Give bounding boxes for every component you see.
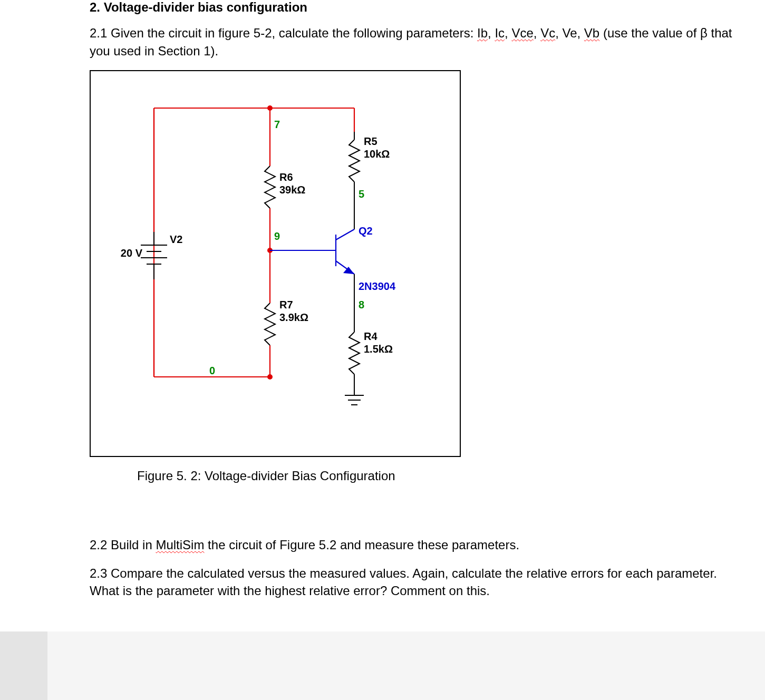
svg-point-2 (267, 374, 273, 380)
q2-part: 2N3904 (359, 280, 396, 292)
circuit-frame: V2 20 V R6 39kΩ R7 3.9kΩ (90, 70, 461, 457)
node-8: 8 (359, 299, 364, 310)
figure-caption: Figure 5. 2: Voltage-divider Bias Config… (137, 469, 733, 483)
param-vb: Vb (584, 26, 599, 40)
circuit-svg: V2 20 V R6 39kΩ R7 3.9kΩ (91, 71, 460, 456)
param-vc: Vc (540, 26, 555, 40)
param-ib: Ib (477, 26, 488, 40)
param-ve: Ve (562, 26, 577, 40)
spacer (90, 489, 733, 536)
q22-tail: the circuit of Figure 5.2 and measure th… (208, 538, 519, 552)
section-heading: 2. Voltage-divider bias configuration (90, 0, 733, 15)
param-ic: Ic (495, 26, 505, 40)
r5-val: 10kΩ (364, 148, 390, 160)
r6-name: R6 (279, 171, 293, 183)
svg-text:20 V: 20 V (121, 247, 143, 259)
document-page: 2. Voltage-divider bias configuration 2.… (0, 0, 765, 631)
q21-lead: 2.1 Given the circuit in figure 5-2, cal… (90, 26, 477, 40)
node-7: 7 (274, 119, 280, 130)
figure-container: V2 20 V R6 39kΩ R7 3.9kΩ (90, 70, 733, 483)
v2-val: 20 V (121, 247, 143, 259)
v2-name: V2 (170, 234, 182, 245)
r7-val: 3.9kΩ (279, 312, 308, 323)
r4-name: R4 (364, 330, 377, 342)
multisim-word: MultiSim (156, 538, 204, 552)
r4-val: 1.5kΩ (364, 343, 393, 355)
svg-point-0 (267, 105, 273, 111)
svg-line-17 (336, 229, 354, 240)
q2-name: Q2 (359, 225, 373, 237)
node-9: 9 (274, 230, 280, 242)
q22-lead: 2.2 Build in (90, 538, 156, 552)
question-2-1: 2.1 Given the circuit in figure 5-2, cal… (90, 24, 733, 60)
param-vce: Vce (511, 26, 533, 40)
node-0: 0 (209, 365, 215, 376)
r5-name: R5 (364, 135, 377, 147)
question-2-2: 2.2 Build in MultiSim the circuit of Fig… (90, 536, 733, 554)
question-2-3: 2.3 Compare the calculated versus the me… (90, 565, 733, 600)
node-5: 5 (359, 188, 364, 200)
r7-name: R7 (279, 299, 293, 310)
r6-val: 39kΩ (279, 184, 305, 196)
